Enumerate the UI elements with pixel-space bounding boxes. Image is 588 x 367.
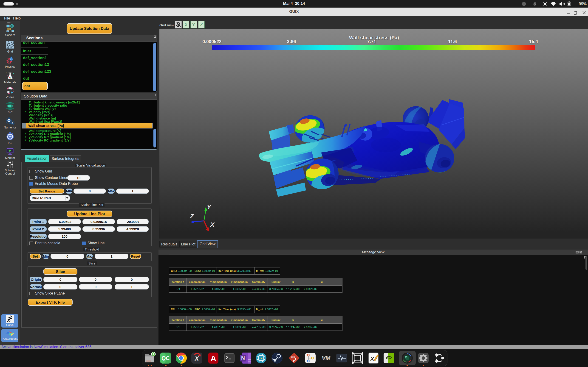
svg-text:Y: Y [207,204,212,211]
svg-text:cola: cola [291,356,295,358]
svg-text:1: 1 [153,352,154,356]
svg-text:VM: VM [322,355,331,361]
svg-text:A: A [211,354,216,363]
svg-text:X: X [210,221,215,228]
svg-text:QC: QC [162,355,170,361]
svg-text:N: N [241,355,245,361]
svg-text:Z: Z [190,213,194,220]
svg-text:x: x [370,355,374,362]
svg-text:X: X [194,355,199,362]
